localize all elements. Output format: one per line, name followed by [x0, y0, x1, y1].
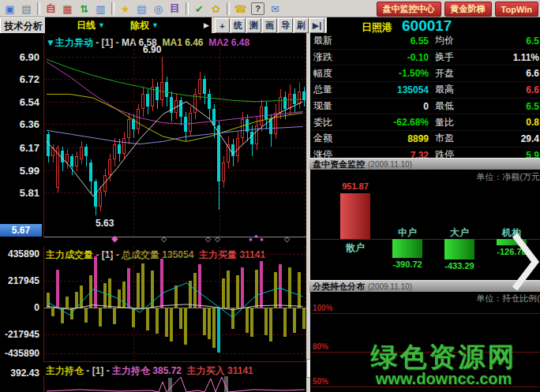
- network-icon[interactable]: ▣: [2, 2, 18, 16]
- volume-bar: [217, 308, 220, 353]
- quote-label: 市盈: [429, 132, 463, 145]
- sort-arrows-icon[interactable]: ⇅: [76, 2, 92, 16]
- draw-tool-button[interactable]: 画: [262, 18, 277, 33]
- grid-line: [44, 124, 307, 125]
- price-axis-label: 6.17: [0, 142, 39, 154]
- candle: [174, 100, 178, 113]
- quote-value: 0: [342, 101, 429, 112]
- help-icon[interactable]: ?: [251, 2, 264, 15]
- refresh-tool-button[interactable]: 刷: [294, 18, 309, 33]
- price-axis-label: 6.36: [0, 118, 39, 130]
- candle: [108, 159, 111, 176]
- grid-line: [44, 170, 307, 171]
- volume-bar: [146, 308, 149, 330]
- volume-bar: [246, 308, 249, 333]
- volume-bar: [141, 263, 144, 308]
- grid-line: [44, 79, 307, 80]
- candle: [217, 125, 220, 181]
- stats-tool-button[interactable]: 统: [231, 18, 246, 33]
- quote-row: 委比-62.68%量比0.8: [311, 114, 540, 131]
- phone-icon[interactable]: ☎: [232, 2, 249, 16]
- candle: [66, 154, 69, 162]
- candle: [274, 113, 277, 134]
- volume-bar: [269, 308, 272, 342]
- line-layer: [44, 375, 307, 392]
- volume-bar: [193, 273, 197, 308]
- percent-gridline: [311, 313, 540, 314]
- volume-bar: [80, 286, 83, 308]
- export-tool-button[interactable]: 导: [278, 18, 293, 33]
- volume-bar: [298, 272, 301, 308]
- candle: [241, 119, 244, 138]
- volume-bar: [51, 308, 54, 316]
- candle: [137, 109, 140, 129]
- volume-bar: [156, 308, 159, 334]
- top-button-0[interactable]: 盘中监控中心: [377, 2, 441, 17]
- next-page-arrow[interactable]: [510, 229, 540, 295]
- chat-icon[interactable]: ✉: [267, 2, 283, 16]
- volume-axis-label: 0: [0, 302, 39, 313]
- volume-axis-label: -435890: [0, 348, 39, 359]
- info-doc-icon[interactable]: 自: [43, 2, 59, 16]
- volume-bar: [302, 308, 306, 329]
- quote-value: 29.4: [463, 133, 540, 144]
- signal-diamond: ◇: [205, 235, 211, 243]
- volume-bar: [283, 308, 287, 337]
- candle: [227, 144, 230, 163]
- quote-row: 幅度-1.50%开盘6.6: [311, 65, 540, 82]
- price-axis-label: 6.54: [0, 96, 39, 108]
- flower-icon[interactable]: ✿: [208, 2, 224, 16]
- grid-line: [44, 281, 307, 282]
- candle: [298, 91, 301, 104]
- search-doc-icon[interactable]: ◎: [150, 2, 167, 16]
- expand-right-arrow[interactable]: ▶: [204, 21, 209, 29]
- chevron-down-icon: ▼: [98, 21, 105, 29]
- grid-line: [305, 246, 306, 361]
- volume-bar: [170, 308, 173, 342]
- quote-row: 现量0最低6.5: [311, 99, 540, 115]
- fund-bar-negative: [392, 239, 422, 258]
- measure-tool-button[interactable]: 测: [246, 18, 261, 33]
- position-chart[interactable]: [43, 375, 308, 392]
- zero-line: [44, 308, 307, 308]
- volume-chart[interactable]: [43, 246, 308, 362]
- quote-row: 总量135054最高6.6: [311, 82, 540, 99]
- candle: [94, 181, 97, 207]
- candle: [208, 94, 211, 109]
- calendar-icon[interactable]: ▥: [92, 2, 109, 16]
- volume-bar: [288, 267, 291, 308]
- chevron-down-icon: ▼: [152, 21, 159, 29]
- volume-bar: [70, 308, 73, 319]
- header-segment: - [1] -: [84, 365, 112, 376]
- star-icon[interactable]: ★: [117, 2, 133, 16]
- volume-bar: [236, 275, 239, 308]
- adjust-dropdown[interactable]: 除权 ▼: [130, 19, 159, 32]
- volume-bar: [94, 256, 97, 308]
- volume-bar: [260, 261, 263, 308]
- top-button-2[interactable]: TopWin: [495, 2, 538, 17]
- pan-tool-button[interactable]: +: [215, 18, 230, 33]
- volume-bar: [293, 308, 296, 333]
- top-button-1[interactable]: 黄金阶梯: [444, 2, 492, 17]
- period-strip: 日线 ▼ 除权 ▼ ▶: [45, 17, 212, 33]
- percent-gridline: [311, 352, 540, 353]
- next-tool-button[interactable]: ▶|: [309, 18, 324, 33]
- candle: [80, 147, 83, 159]
- tab-technical-analysis[interactable]: 技术分析: [0, 17, 47, 35]
- toolbar-separator: [111, 2, 114, 15]
- candle: [127, 119, 130, 138]
- volume-bar: [56, 270, 59, 308]
- candle: [179, 100, 182, 117]
- toolbar-separator: [227, 2, 230, 15]
- candlestick-chart[interactable]: 6.905.63: [43, 33, 308, 237]
- candle: [246, 119, 249, 132]
- download-check-icon[interactable]: ✔: [191, 2, 208, 16]
- volume-axis-label: 435890: [0, 248, 39, 259]
- volume-bar: [165, 308, 168, 337]
- candle: [184, 117, 187, 132]
- note-icon[interactable]: ▤: [133, 2, 150, 16]
- book-icon[interactable]: 目: [167, 2, 183, 16]
- printer-icon[interactable]: ▤: [18, 2, 35, 16]
- period-dropdown[interactable]: 日线 ▼: [77, 19, 105, 32]
- spreadsheet-icon[interactable]: ▦: [59, 2, 76, 16]
